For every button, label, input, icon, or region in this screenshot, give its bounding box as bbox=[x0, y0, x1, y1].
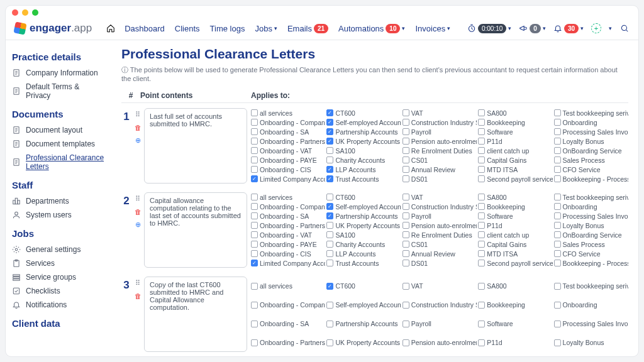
service-checkbox[interactable]: client catch up bbox=[478, 230, 552, 239]
service-checkbox[interactable]: Software bbox=[478, 211, 552, 221]
service-checkbox[interactable]: ✓CT600 bbox=[326, 277, 401, 295]
service-checkbox[interactable]: CFO Service bbox=[554, 165, 628, 174]
sidebar-item[interactable]: General settings bbox=[12, 243, 105, 256]
close-icon[interactable] bbox=[12, 9, 18, 16]
sidebar-item[interactable]: Company Information bbox=[12, 66, 105, 80]
service-checkbox[interactable]: ✓Trust Accounts bbox=[326, 174, 401, 184]
service-checkbox[interactable]: LLP Accounts bbox=[326, 249, 401, 258]
service-checkbox[interactable]: DS01 bbox=[402, 258, 477, 268]
service-checkbox[interactable]: SA800 bbox=[478, 192, 552, 202]
service-checkbox[interactable]: Re Enrolment Duties bbox=[402, 230, 477, 239]
delete-icon[interactable]: 🗑 bbox=[135, 208, 142, 216]
service-checkbox[interactable]: Charity Accounts bbox=[326, 155, 401, 165]
service-checkbox[interactable]: Pension auto-enrolment bbox=[402, 136, 477, 146]
sidebar-item[interactable]: Document templates bbox=[12, 137, 105, 151]
service-checkbox[interactable]: Payroll bbox=[402, 314, 477, 333]
service-checkbox[interactable]: ✓Partnership Accounts bbox=[326, 211, 401, 221]
service-checkbox[interactable]: ✓CT600 bbox=[326, 108, 401, 118]
service-checkbox[interactable]: Onboarding bbox=[554, 202, 628, 211]
service-checkbox[interactable]: Annual Review bbox=[402, 249, 477, 258]
service-checkbox[interactable]: Software bbox=[478, 127, 552, 136]
delete-icon[interactable]: 🗑 bbox=[135, 124, 142, 131]
service-checkbox[interactable]: Onboarding - SA bbox=[251, 314, 325, 333]
service-checkbox[interactable]: SA800 bbox=[478, 108, 552, 118]
sidebar-item[interactable]: System users bbox=[12, 208, 105, 222]
service-checkbox[interactable]: VAT bbox=[402, 108, 477, 118]
service-checkbox[interactable]: Construction Industry Scheme bbox=[402, 295, 477, 314]
service-checkbox[interactable]: Second payroll service bbox=[478, 174, 552, 184]
service-checkbox[interactable]: Onboarding - PAYE bbox=[251, 155, 325, 165]
service-checkbox[interactable]: Loyalty Bonus bbox=[554, 221, 628, 230]
service-checkbox[interactable]: Sales Process bbox=[554, 239, 628, 249]
service-checkbox[interactable]: Capital Gains bbox=[478, 155, 552, 165]
service-checkbox[interactable]: SA100 bbox=[326, 146, 401, 155]
service-checkbox[interactable]: UK Property Accounts bbox=[326, 333, 401, 352]
nav-invoices[interactable]: Invoices▾ bbox=[415, 24, 450, 33]
service-checkbox[interactable]: Processing Sales Invoices bbox=[554, 314, 628, 333]
service-checkbox[interactable]: Bookkeeping bbox=[478, 202, 552, 211]
service-checkbox[interactable]: ✓Partnership Accounts bbox=[326, 127, 401, 136]
service-checkbox[interactable]: Onboarding - Partnership bbox=[251, 136, 325, 146]
nav-automations[interactable]: Automations10▾ bbox=[338, 24, 405, 33]
service-checkbox[interactable]: Payroll bbox=[402, 211, 477, 221]
nav-emails[interactable]: Emails21 bbox=[287, 24, 328, 33]
nav-dashboard[interactable]: Dashboard bbox=[125, 24, 165, 33]
sidebar-item[interactable]: Service groups bbox=[12, 270, 105, 284]
service-checkbox[interactable]: Re Enrolment Duties bbox=[402, 146, 477, 155]
service-checkbox[interactable]: Onboarding - Company bbox=[251, 118, 325, 127]
delete-icon[interactable]: 🗑 bbox=[135, 292, 142, 300]
service-checkbox[interactable]: Pension auto-enrolment bbox=[402, 221, 477, 230]
drag-handle-icon[interactable]: ⠿ bbox=[135, 111, 140, 119]
nav-clients[interactable]: Clients bbox=[175, 24, 200, 33]
nav-jobs[interactable]: Jobs▾ bbox=[255, 24, 277, 33]
add-point-icon[interactable]: ⊕ bbox=[135, 221, 141, 229]
service-checkbox[interactable]: Test bookkeeping serivce bbox=[554, 192, 628, 202]
service-checkbox[interactable]: Loyalty Bonus bbox=[554, 333, 628, 352]
point-content-input[interactable]: Capital allowance computation relating t… bbox=[144, 192, 247, 268]
service-checkbox[interactable]: MTD ITSA bbox=[478, 165, 552, 174]
service-checkbox[interactable]: all services bbox=[251, 192, 325, 202]
service-checkbox[interactable]: Partnership Accounts bbox=[326, 314, 401, 333]
service-checkbox[interactable]: Test bookkeeping serivce bbox=[554, 108, 628, 118]
service-checkbox[interactable]: Onboarding - Partnership bbox=[251, 221, 325, 230]
service-checkbox[interactable]: ✓LLP Accounts bbox=[326, 165, 401, 174]
service-checkbox[interactable]: Loyalty Bonus bbox=[554, 136, 628, 146]
service-checkbox[interactable]: Test bookkeeping serivce bbox=[554, 277, 628, 295]
service-checkbox[interactable]: Construction Industry Scheme bbox=[402, 202, 477, 211]
sidebar-item[interactable]: Default Terms & Privacy bbox=[12, 80, 105, 102]
service-checkbox[interactable]: CFO Service bbox=[554, 249, 628, 258]
service-checkbox[interactable]: Bookkeeping - Processing Dext bbox=[554, 258, 628, 268]
service-checkbox[interactable]: Processing Sales Invoices bbox=[554, 211, 628, 221]
service-checkbox[interactable]: SA800 bbox=[478, 277, 552, 295]
app-logo[interactable]: engager.app bbox=[14, 22, 92, 35]
service-checkbox[interactable]: UK Property Accounts bbox=[326, 221, 401, 230]
service-checkbox[interactable]: Onboarding - SA bbox=[251, 127, 325, 136]
service-checkbox[interactable]: CS01 bbox=[402, 239, 477, 249]
service-checkbox[interactable]: Capital Gains bbox=[478, 239, 552, 249]
maximize-icon[interactable] bbox=[32, 9, 38, 16]
service-checkbox[interactable]: Second payroll service bbox=[478, 258, 552, 268]
minimize-icon[interactable] bbox=[22, 9, 28, 16]
service-checkbox[interactable]: ✓UK Property Accounts bbox=[326, 136, 401, 146]
service-checkbox[interactable]: MTD ITSA bbox=[478, 249, 552, 258]
service-checkbox[interactable]: Onboarding - Company bbox=[251, 295, 325, 314]
service-checkbox[interactable]: CT600 bbox=[326, 192, 401, 202]
drag-handle-icon[interactable]: ⠿ bbox=[135, 195, 140, 203]
drag-handle-icon[interactable]: ⠿ bbox=[135, 279, 140, 287]
search-icon[interactable] bbox=[619, 23, 630, 33]
service-checkbox[interactable]: all services bbox=[251, 277, 325, 295]
service-checkbox[interactable]: Onboarding - Company bbox=[251, 202, 325, 211]
service-checkbox[interactable]: Construction Industry Scheme bbox=[402, 118, 477, 127]
service-checkbox[interactable]: OnBoarding Service bbox=[554, 146, 628, 155]
service-checkbox[interactable]: Software bbox=[478, 314, 552, 333]
service-checkbox[interactable]: Bookkeeping bbox=[478, 295, 552, 314]
service-checkbox[interactable]: OnBoarding Service bbox=[554, 230, 628, 239]
megaphone-icon[interactable]: 0▾ bbox=[519, 24, 546, 33]
service-checkbox[interactable]: P11d bbox=[478, 333, 552, 352]
point-content-input[interactable]: Copy of the last CT600 submitted to HMRC… bbox=[144, 277, 247, 352]
service-checkbox[interactable]: Onboarding bbox=[554, 118, 628, 127]
sidebar-item[interactable]: Services bbox=[12, 256, 105, 270]
service-checkbox[interactable]: Onboarding - VAT bbox=[251, 146, 325, 155]
service-checkbox[interactable]: Payroll bbox=[402, 127, 477, 136]
service-checkbox[interactable]: Sales Process bbox=[554, 155, 628, 165]
